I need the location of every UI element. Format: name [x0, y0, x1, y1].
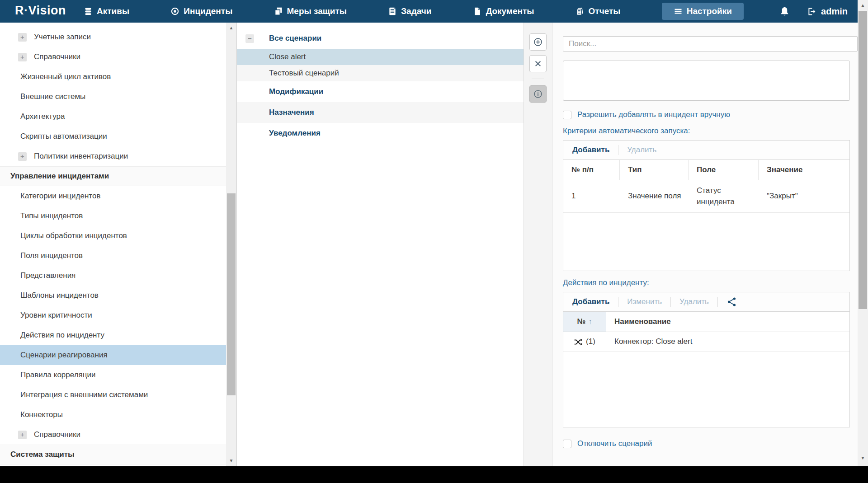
sidebar-item[interactable]: Скрипты автоматизации [0, 127, 226, 146]
sidebar-item-response-scenarios[interactable]: Сценарии реагирования [0, 345, 226, 365]
window-scrollbar[interactable]: ▲ ▼ [858, 0, 868, 466]
nav-item-reports[interactable]: Отчеты [576, 6, 621, 16]
sidebar-item-label: Учетные записи [34, 33, 91, 42]
sidebar-item-label: Категории инцидентов [20, 192, 100, 201]
scroll-down-icon[interactable]: ▼ [226, 456, 236, 465]
sidebar-item-label: Типы инцидентов [20, 211, 83, 220]
sidebar-item[interactable]: Шаблоны инцидентов [0, 286, 226, 305]
scenario-description-field[interactable] [563, 61, 850, 101]
sidebar-item[interactable]: +Справочники [0, 425, 226, 445]
nav-label: Задачи [401, 6, 431, 16]
sidebar-item-label: Циклы обработки инцидентов [20, 231, 127, 240]
add-scenario-button[interactable] [529, 33, 547, 51]
navbar-right: admin [779, 0, 848, 23]
plus-circle-icon [533, 37, 543, 47]
column-header-name[interactable]: Наименование [606, 312, 849, 332]
tree-node-notifications[interactable]: Уведомления [237, 123, 524, 144]
sidebar-item[interactable]: +Политики инвентаризации [0, 146, 226, 166]
collapse-minus-icon[interactable]: – [245, 34, 254, 43]
tree-node-assignments[interactable]: Назначения [237, 102, 524, 123]
tree-toolbar [524, 23, 552, 466]
expand-plus-icon[interactable]: + [18, 431, 27, 439]
rvision-logo: R·Vision [15, 4, 66, 18]
sidebar-item[interactable]: Интеграция с внешними системами [0, 385, 226, 405]
sidebar-section-label: Управление инцидентами [10, 172, 109, 181]
nav-label: Отчеты [589, 6, 621, 16]
sidebar-item[interactable]: Жизненный цикл активов [0, 67, 226, 87]
toolbar-divider [532, 79, 544, 79]
window-scrollbar-thumb[interactable] [859, 11, 867, 309]
actions-delete-button[interactable]: Удалить [679, 297, 709, 306]
tree-node-label: Close alert [269, 52, 306, 61]
sidebar-section-incident-management[interactable]: Управление инцидентами [0, 166, 226, 186]
sidebar-item[interactable]: Поля инцидентов [0, 246, 226, 266]
sidebar-item[interactable]: Внешние системы [0, 87, 226, 107]
sidebar-scrollbar-thumb[interactable] [227, 193, 236, 395]
allow-manual-checkbox[interactable] [563, 111, 571, 119]
sidebar-scrollbar[interactable]: ▲ ▼ [226, 23, 236, 466]
sidebar-item[interactable]: Правила корреляции [0, 365, 226, 385]
tree-node-modifications[interactable]: Модификации [237, 81, 524, 102]
logout-icon [807, 7, 816, 16]
sidebar-item[interactable]: +Учетные записи [0, 27, 226, 47]
tree-node-test-scenario[interactable]: Тестовый сценарий [237, 65, 524, 81]
sidebar-item[interactable]: Типы инцидентов [0, 206, 226, 226]
sidebar-item-label: Справочники [34, 52, 80, 61]
criteria-add-button[interactable]: Добавить [572, 145, 609, 155]
sidebar-item[interactable]: Архитектура [0, 107, 226, 127]
app-window: R·Vision Активы Инциденты Меры защиты [0, 0, 868, 466]
sidebar-item[interactable]: +Справочники [0, 47, 226, 67]
sidebar-item[interactable]: Действия по инциденту [0, 325, 226, 345]
expand-plus-icon[interactable]: + [18, 53, 27, 61]
tree-node-label: Уведомления [269, 129, 321, 138]
nav-item-settings[interactable]: Настройки [662, 3, 744, 20]
sidebar-item[interactable]: Представления [0, 266, 226, 286]
nav-item-tasks[interactable]: Задачи [388, 6, 431, 16]
disable-scenario-label: Отключить сценарий [577, 439, 652, 448]
nav-item-documents[interactable]: Документы [473, 6, 534, 16]
search-input[interactable] [563, 36, 858, 52]
nav-item-assets[interactable]: Активы [84, 6, 129, 16]
sidebar-item-label: Сценарии реагирования [20, 351, 108, 360]
nav-item-protection-measures[interactable]: Меры защиты [274, 6, 347, 16]
criteria-table-toolbar: Добавить Удалить [563, 141, 849, 160]
info-button[interactable] [529, 85, 547, 103]
nav-label: Меры защиты [287, 6, 347, 16]
column-header-num[interactable]: № ↑ [563, 312, 606, 332]
user-menu[interactable]: admin [807, 6, 848, 17]
username-label: admin [821, 6, 848, 17]
sidebar-section-protection-system[interactable]: Система защиты [0, 445, 226, 464]
tree-node-all-scenarios[interactable]: –Все сценарии [237, 28, 524, 49]
sidebar-item-label: Справочники [34, 430, 80, 439]
tree-node-close-alert[interactable]: Close alert [237, 49, 524, 65]
column-header[interactable]: Значение [759, 160, 849, 180]
scroll-up-icon[interactable]: ▲ [226, 23, 236, 33]
criteria-table-row[interactable]: 1 Значение поля Статус инцидента "Закрыт… [563, 180, 849, 213]
actions-table-row[interactable]: (1) Коннектор: Close alert [563, 332, 849, 352]
share-icon[interactable] [726, 296, 737, 307]
sidebar-item[interactable]: Коннекторы [0, 405, 226, 425]
actions-add-button[interactable]: Добавить [572, 297, 609, 306]
scroll-up-icon[interactable]: ▲ [858, 1, 868, 10]
close-icon [534, 60, 542, 67]
sidebar-item-label: Действия по инциденту [20, 331, 104, 340]
scenario-details-panel: Разрешить добавлять в инцидент вручную К… [552, 23, 858, 466]
actions-table-toolbar: Добавить Изменить Удалить [563, 292, 849, 312]
delete-scenario-button[interactable] [529, 55, 547, 72]
nav-item-incidents[interactable]: Инциденты [170, 6, 232, 16]
sidebar-item[interactable]: Уровни критичности [0, 305, 226, 325]
sidebar-item[interactable]: Категории инцидентов [0, 186, 226, 206]
sidebar-item[interactable]: Циклы обработки инцидентов [0, 226, 226, 246]
disable-scenario-checkbox[interactable] [563, 440, 571, 448]
column-header[interactable]: Тип [620, 160, 689, 180]
column-header[interactable]: № п/п [563, 160, 620, 180]
column-header[interactable]: Поле [689, 160, 759, 180]
sidebar-item-label: Политики инвентаризации [34, 152, 128, 161]
expand-plus-icon[interactable]: + [18, 152, 27, 161]
scroll-down-icon[interactable]: ▼ [858, 454, 868, 463]
actions-edit-button[interactable]: Изменить [627, 297, 662, 306]
action-num-cell: (1) [563, 332, 606, 352]
expand-plus-icon[interactable]: + [18, 33, 27, 42]
criteria-delete-button[interactable]: Удалить [627, 145, 656, 155]
bell-icon[interactable] [779, 6, 790, 17]
